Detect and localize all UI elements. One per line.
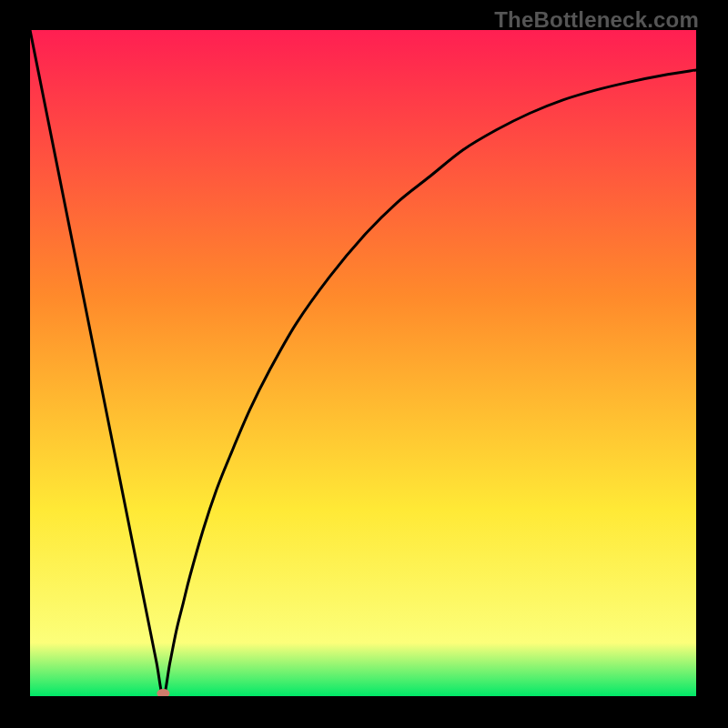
- chart-frame: TheBottleneck.com: [0, 0, 728, 728]
- gradient-plot: [30, 30, 696, 696]
- plot-area: [30, 30, 696, 696]
- watermark-text: TheBottleneck.com: [494, 7, 699, 33]
- gradient-background: [30, 30, 696, 696]
